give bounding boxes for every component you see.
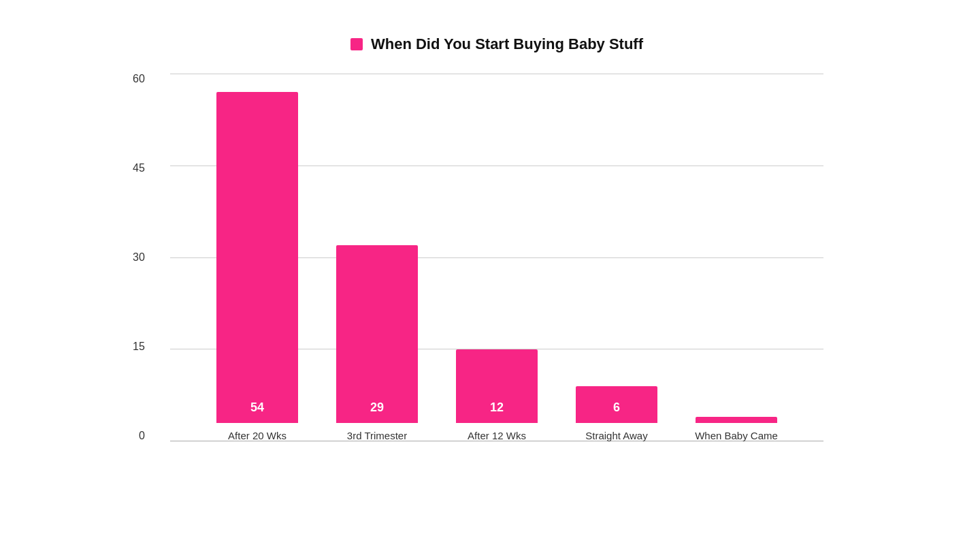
y-label-0: 0 xyxy=(139,430,145,441)
bar-wrapper-4: When Baby Came xyxy=(676,417,796,441)
y-axis-labels: 60 45 30 15 0 xyxy=(133,74,145,441)
x-label-1: 3rd Trimester xyxy=(347,430,407,441)
bar-4 xyxy=(696,417,777,423)
bar-3: 6 xyxy=(576,386,657,423)
bar-value-2: 12 xyxy=(490,400,504,415)
bar-2: 12 xyxy=(456,349,538,423)
bar-value-0: 54 xyxy=(250,400,264,415)
y-label-30: 30 xyxy=(133,252,145,263)
bar-wrapper-3: 6Straight Away xyxy=(557,386,676,441)
bars-area: 54After 20 Wks293rd Trimester12After 12 … xyxy=(170,74,823,441)
y-label-45: 45 xyxy=(133,163,145,174)
x-label-2: After 12 Wks xyxy=(468,430,526,441)
bar-0: 54 xyxy=(216,92,298,423)
x-label-3: Straight Away xyxy=(585,430,647,441)
x-label-0: After 20 Wks xyxy=(228,430,287,441)
bar-wrapper-1: 293rd Trimester xyxy=(317,245,437,441)
x-label-4: When Baby Came xyxy=(695,430,778,441)
bar-wrapper-2: 12After 12 Wks xyxy=(437,349,557,441)
y-label-60: 60 xyxy=(133,74,145,84)
bar-1: 29 xyxy=(336,245,418,423)
chart-title-area: When Did You Start Buying Baby Stuff xyxy=(170,35,823,53)
bar-value-1: 29 xyxy=(370,400,384,415)
y-label-15: 15 xyxy=(133,341,145,352)
legend-color-box xyxy=(350,38,363,50)
bar-value-3: 6 xyxy=(613,400,620,415)
chart-container: When Did You Start Buying Baby Stuff 60 … xyxy=(116,22,864,512)
chart-area: 60 45 30 15 0 54After 20 Wks293rd Trimes… xyxy=(170,74,823,469)
bar-wrapper-0: 54After 20 Wks xyxy=(197,92,317,441)
chart-title: When Did You Start Buying Baby Stuff xyxy=(371,35,643,53)
